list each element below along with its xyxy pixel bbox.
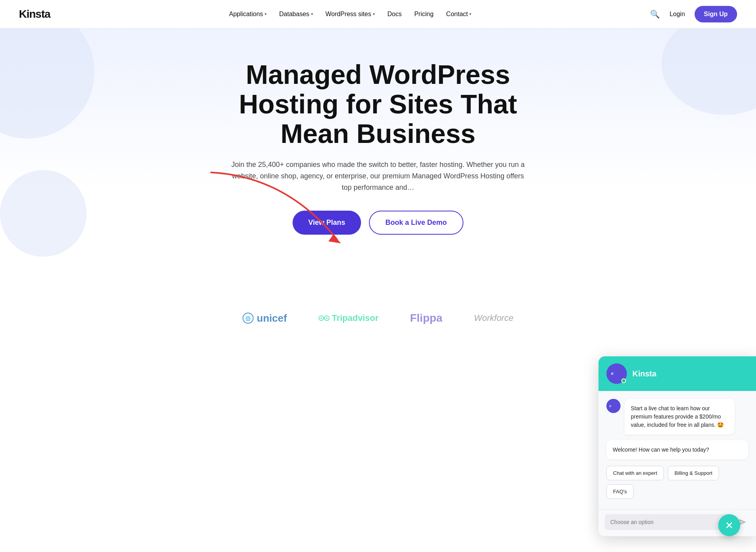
logo-unicef: 🌐 unicef — [243, 312, 287, 324]
navbar: Kinsta Applications ▾ Databases ▾ WordPr… — [0, 0, 756, 28]
cloud-decoration-tl — [0, 28, 94, 139]
logo-flippa: Flippa — [410, 312, 442, 324]
hero-section: Managed WordPress Hosting for Sites That… — [0, 28, 756, 296]
logo-tripadvisor: Tripadvisor — [319, 313, 379, 323]
cloud-decoration-tr — [662, 28, 756, 115]
hero-subtitle: Join the 25,400+ companies who made the … — [228, 159, 528, 193]
logo-workforce: Workforce — [474, 313, 513, 323]
nav-docs[interactable]: Docs — [387, 11, 402, 18]
hero-buttons: View Plans Book a Live Demo — [293, 211, 463, 235]
svg-point-6 — [326, 317, 328, 319]
logos-section: 🌐 unicef Tripadvisor Flippa Workforce — [0, 296, 756, 348]
chevron-down-icon: ▾ — [311, 12, 313, 16]
chevron-down-icon: ▾ — [373, 12, 375, 16]
nav-applications[interactable]: Applications ▾ — [229, 11, 267, 18]
signup-button[interactable]: Sign Up — [695, 6, 737, 22]
logo[interactable]: Kinsta — [19, 8, 50, 20]
tripadvisor-icon — [319, 314, 330, 322]
cloud-decoration-bl — [0, 170, 87, 257]
search-icon[interactable]: 🔍 — [650, 9, 660, 19]
nav-actions: 🔍 Login Sign Up — [650, 6, 737, 22]
svg-text:🌐: 🌐 — [245, 316, 251, 321]
unicef-icon: 🌐 — [243, 313, 254, 324]
view-plans-button[interactable]: View Plans — [293, 211, 361, 235]
svg-point-5 — [321, 317, 322, 319]
logo-text: Kinsta — [19, 8, 50, 20]
login-button[interactable]: Login — [669, 11, 685, 18]
chevron-down-icon: ▾ — [265, 12, 267, 16]
nav-pricing[interactable]: Pricing — [414, 11, 434, 18]
nav-contact[interactable]: Contact ▾ — [446, 11, 471, 18]
nav-databases[interactable]: Databases ▾ — [279, 11, 313, 18]
book-demo-button[interactable]: Book a Live Demo — [369, 211, 463, 235]
chevron-down-icon: ▾ — [469, 12, 471, 16]
hero-title: Managed WordPress Hosting for Sites That… — [209, 60, 547, 148]
nav-links: Applications ▾ Databases ▾ WordPress sit… — [229, 11, 471, 18]
nav-wordpress-sites[interactable]: WordPress sites ▾ — [326, 11, 375, 18]
svg-marker-0 — [328, 235, 341, 243]
